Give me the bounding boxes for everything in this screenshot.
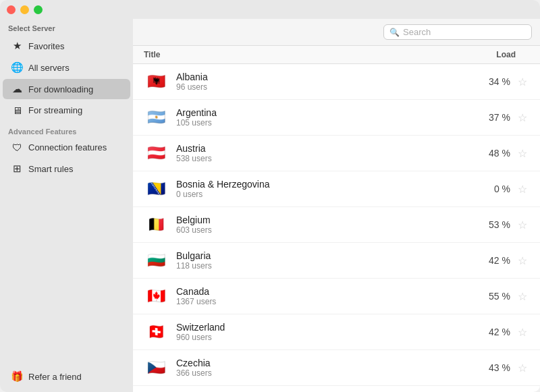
server-info-1: Argentina 105 users (176, 107, 477, 128)
refer-a-friend-label: Refer a friend (28, 372, 82, 382)
server-load-7: 42 % (477, 327, 510, 337)
sidebar-item-refer-a-friend[interactable]: 🎁 Refer a friend (3, 366, 130, 387)
flag-0: 🇦🇱 (144, 69, 168, 94)
favorites-icon: ★ (11, 40, 23, 52)
shield-icon: 🛡 (11, 142, 23, 153)
for-downloading-label: For downloading (28, 84, 93, 94)
for-streaming-label: For streaming (28, 105, 82, 115)
server-info-3: Bosnia & Herzegovina 0 users (176, 179, 477, 199)
server-info-6: Canada 1367 users (176, 286, 477, 306)
server-users-5: 118 users (176, 261, 477, 271)
server-name-4: Belgium (176, 215, 477, 225)
sidebar-item-for-downloading[interactable]: ☁ For downloading (3, 79, 130, 99)
connection-features-label: Connection features (28, 142, 107, 152)
server-name-5: Bulgaria (176, 250, 477, 261)
table-row[interactable]: 🇧🇬 Bulgaria 118 users 42 % ☆ (133, 243, 540, 279)
flag-1: 🇦🇷 (144, 105, 168, 130)
server-users-7: 960 users (176, 333, 477, 342)
sidebar-bottom: 🎁 Refer a friend (0, 361, 133, 392)
table-row[interactable]: 🇨🇦 Canada 1367 users 55 % ☆ (133, 279, 540, 314)
smart-rules-icon: ⊞ (11, 163, 23, 175)
sidebar-item-for-streaming[interactable]: 🖥 For streaming (3, 101, 130, 120)
table-row[interactable]: 🇦🇱 Albania 96 users 34 % ☆ (133, 64, 540, 100)
server-load-4: 53 % (477, 219, 510, 230)
all-servers-icon: 🌐 (11, 61, 23, 74)
favorite-star-8[interactable]: ☆ (516, 362, 529, 374)
server-info-7: Switzerland 960 users (176, 322, 477, 342)
search-bar: 🔍 (133, 19, 540, 46)
server-load-1: 37 % (477, 112, 510, 123)
server-users-1: 105 users (176, 118, 477, 128)
server-name-1: Argentina (176, 107, 477, 118)
select-server-label: Select Server (0, 19, 133, 35)
sidebar-item-favorites[interactable]: ★ Favorites (3, 36, 130, 56)
gift-icon: 🎁 (11, 370, 23, 383)
server-info-4: Belgium 603 users (176, 215, 477, 235)
favorite-star-5[interactable]: ☆ (516, 254, 529, 267)
server-load-5: 42 % (477, 255, 510, 266)
server-info-8: Czechia 366 users (176, 358, 477, 378)
favorite-star-2[interactable]: ☆ (516, 147, 529, 160)
flag-2: 🇦🇹 (144, 141, 168, 165)
favorite-star-4[interactable]: ☆ (516, 219, 529, 231)
table-row[interactable]: 🇩🇪 Germany 6015 users 54 % ☆ (133, 386, 540, 392)
table-row[interactable]: 🇦🇹 Austria 538 users 48 % ☆ (133, 136, 540, 171)
server-load-2: 48 % (477, 148, 510, 159)
server-info-5: Bulgaria 118 users (176, 250, 477, 271)
favorites-label: Favorites (28, 41, 64, 51)
minimize-button[interactable] (20, 5, 29, 14)
flag-5: 🇧🇬 (144, 248, 168, 273)
server-users-2: 538 users (176, 154, 477, 163)
server-users-0: 96 users (176, 82, 477, 92)
sidebar-item-connection-features[interactable]: 🛡 Connection features (3, 138, 130, 157)
server-load-0: 34 % (477, 76, 510, 87)
table-row[interactable]: 🇦🇷 Argentina 105 users 37 % ☆ (133, 100, 540, 136)
flag-7: 🇨🇭 (144, 320, 168, 344)
sidebar: Select Server ★ Favorites 🌐 All servers … (0, 19, 133, 392)
download-icon: ☁ (11, 83, 23, 95)
titlebar (0, 0, 540, 19)
flag-3: 🇧🇦 (144, 177, 168, 201)
server-users-6: 1367 users (176, 297, 477, 306)
flag-6: 🇨🇦 (144, 284, 168, 308)
sidebar-item-smart-rules[interactable]: ⊞ Smart rules (3, 159, 130, 179)
server-info-0: Albania 96 users (176, 72, 477, 92)
server-name-0: Albania (176, 72, 477, 82)
favorite-star-3[interactable]: ☆ (516, 183, 529, 196)
favorite-star-0[interactable]: ☆ (516, 76, 529, 88)
server-list: 🇦🇱 Albania 96 users 34 % ☆ 🇦🇷 Argentina … (133, 64, 540, 392)
server-name-3: Bosnia & Herzegovina (176, 179, 477, 190)
favorite-star-6[interactable]: ☆ (516, 290, 529, 303)
server-users-4: 603 users (176, 225, 477, 235)
all-servers-label: All servers (28, 63, 70, 73)
table-row[interactable]: 🇧🇪 Belgium 603 users 53 % ☆ (133, 207, 540, 243)
flag-4: 🇧🇪 (144, 213, 168, 237)
server-name-6: Canada (176, 286, 477, 297)
server-load-8: 43 % (477, 362, 510, 373)
main-layout: Select Server ★ Favorites 🌐 All servers … (0, 19, 540, 392)
server-users-8: 366 users (176, 368, 477, 378)
smart-rules-label: Smart rules (28, 164, 73, 174)
search-input[interactable] (403, 27, 526, 37)
flag-8: 🇨🇿 (144, 356, 168, 380)
close-button[interactable] (7, 5, 16, 14)
col-title-header: Title (144, 50, 482, 59)
server-name-2: Austria (176, 143, 477, 154)
search-wrapper[interactable]: 🔍 (383, 24, 532, 40)
favorite-star-7[interactable]: ☆ (516, 326, 529, 339)
server-info-2: Austria 538 users (176, 143, 477, 163)
server-load-3: 0 % (477, 184, 510, 194)
favorite-star-1[interactable]: ☆ (516, 111, 529, 124)
search-icon: 🔍 (389, 28, 400, 37)
maximize-button[interactable] (34, 5, 43, 14)
server-users-3: 0 users (176, 190, 477, 199)
table-row[interactable]: 🇧🇦 Bosnia & Herzegovina 0 users 0 % ☆ (133, 171, 540, 207)
content-area: 🔍 Title Load 🇦🇱 Albania 96 users 34 % ☆ … (133, 19, 540, 392)
server-load-6: 55 % (477, 291, 510, 302)
col-load-header: Load (482, 50, 529, 59)
server-name-7: Switzerland (176, 322, 477, 333)
table-row[interactable]: 🇨🇭 Switzerland 960 users 42 % ☆ (133, 314, 540, 350)
table-row[interactable]: 🇨🇿 Czechia 366 users 43 % ☆ (133, 350, 540, 386)
sidebar-item-all-servers[interactable]: 🌐 All servers (3, 57, 130, 78)
streaming-icon: 🖥 (11, 105, 23, 116)
